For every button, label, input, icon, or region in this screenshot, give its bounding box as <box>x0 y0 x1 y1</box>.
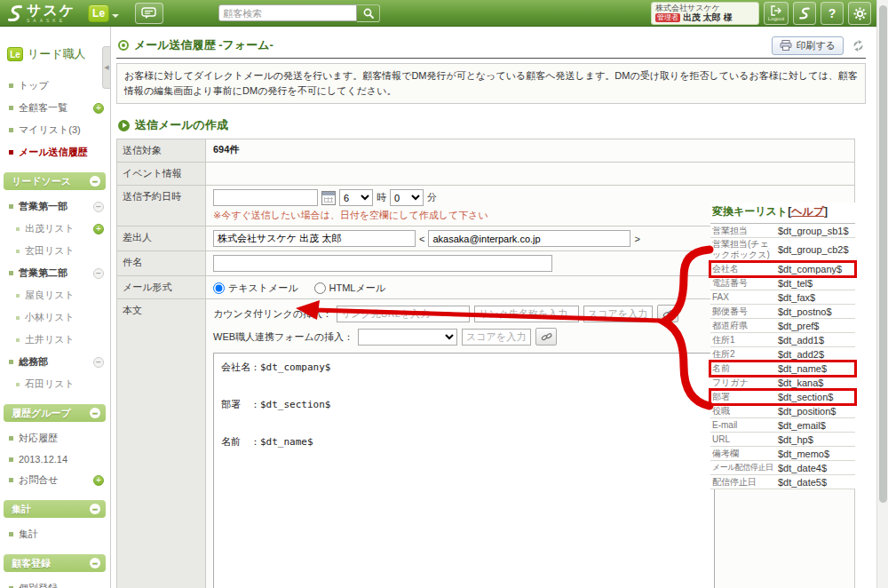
text-mail-label[interactable]: テキストメール <box>228 282 298 295</box>
bullet-icon <box>9 204 13 209</box>
message-button[interactable] <box>135 3 163 24</box>
link-url-input[interactable] <box>337 306 470 322</box>
conversion-key-panel: 変換キーリスト[ヘルプ] 営業担当 $dt_group_sb1$ 営業担当(チェ… <box>710 203 855 489</box>
section-collapse-icon[interactable]: − <box>90 408 100 418</box>
sidebar-item[interactable]: 営業第二部 − <box>0 262 110 284</box>
keylist-row: 郵便番号 $dt_postno$ <box>710 305 855 319</box>
expand-plus-icon[interactable]: + <box>93 103 104 114</box>
sidebar-item[interactable]: マイリスト(3) <box>0 119 110 141</box>
home-sasuke-button[interactable] <box>793 2 816 25</box>
section-collapse-icon[interactable]: − <box>90 558 100 568</box>
sidebar-item[interactable]: お問合せ + <box>0 469 110 491</box>
scrollbar-thumb[interactable] <box>879 5 887 503</box>
link-name-input[interactable] <box>474 306 579 322</box>
sidebar-item[interactable]: 玄田リスト <box>0 240 110 262</box>
mail-format-label: メール形式 <box>117 276 206 299</box>
insert-link-button[interactable] <box>657 305 678 322</box>
section-title: 履歴グループ <box>12 407 71 420</box>
sidebar-item[interactable]: 小林リスト <box>0 306 110 329</box>
bullet-icon <box>16 250 20 253</box>
user-info-box: 株式会社サスケケ 管理者 出茂 太郎 様 <box>651 2 759 25</box>
sidebar-item[interactable]: 石田リスト <box>0 373 110 395</box>
schedule-hour-select[interactable]: 6 <box>339 189 373 206</box>
vertical-scrollbar[interactable] <box>876 0 888 588</box>
html-mail-radio[interactable] <box>314 282 326 294</box>
sidebar-item[interactable]: 総務部 − <box>0 351 110 373</box>
keylist-row: 会社名 $dt_company$ <box>710 262 855 276</box>
keylist-row: 住所2 $dt_add2$ <box>710 347 855 362</box>
sidebar-item[interactable]: メール送信履歴 <box>0 141 110 163</box>
print-button[interactable]: 印刷する <box>772 36 844 55</box>
webform-select[interactable] <box>358 329 457 346</box>
sidebar-item[interactable]: トップ <box>0 75 110 97</box>
sender-name-input[interactable] <box>213 230 416 247</box>
expand-plus-icon[interactable]: + <box>93 475 104 486</box>
refresh-icon[interactable] <box>851 38 866 53</box>
insert-webform-button[interactable] <box>535 328 557 346</box>
bullet-icon <box>9 106 13 110</box>
sidebar-item-label: 対応履歴 <box>19 432 58 445</box>
app-logo[interactable]: サスケ SAASKE <box>5 4 75 23</box>
le-badge: Le <box>7 47 23 61</box>
chevron-down-icon[interactable] <box>112 14 119 18</box>
schedule-label: 送信予約日時 <box>117 186 206 226</box>
sidebar-item[interactable]: 屋良リスト <box>0 284 110 306</box>
html-mail-label[interactable]: HTMLメール <box>329 282 385 295</box>
product-le-badge[interactable]: Le <box>88 4 109 22</box>
section-history-group[interactable]: 履歴グループ − <box>4 404 106 422</box>
mail-body-textarea[interactable]: 会社名：$dt_company$ 部署 ：$dt_section$ 名前 ：$d… <box>213 353 715 588</box>
sidebar-item-label: 個別登録 <box>19 582 58 588</box>
customer-search-input[interactable] <box>218 4 357 21</box>
collapse-minus-icon[interactable]: − <box>93 357 104 368</box>
sidebar-item-label: メール送信履歴 <box>19 146 88 159</box>
subject-input[interactable] <box>213 255 552 272</box>
settings-button[interactable] <box>848 2 871 25</box>
calendar-icon[interactable] <box>321 191 336 205</box>
keylist-row: 住所1 $dt_add1$ <box>710 333 855 347</box>
chain-link-icon <box>541 331 552 343</box>
sender-email-input[interactable] <box>428 230 630 247</box>
sidebar-item[interactable]: 2013.12.14 <box>0 449 110 469</box>
sidebar-item[interactable]: 集計 <box>0 523 110 545</box>
sidebar-item[interactable]: 出茂リスト + <box>0 218 110 240</box>
logout-button[interactable]: Logout <box>764 2 789 25</box>
key-token: $dt_add2$ <box>778 349 824 360</box>
collapse-minus-icon[interactable]: − <box>93 268 104 279</box>
sidebar-item[interactable]: 営業第一部 − <box>0 195 110 218</box>
keylist-row: フリガナ $dt_kana$ <box>710 376 855 390</box>
section-collapse-icon[interactable]: − <box>90 176 100 187</box>
schedule-date-input[interactable] <box>213 189 318 206</box>
section-title: リードソース <box>12 175 71 188</box>
link-score-input[interactable] <box>583 306 653 322</box>
sidebar-item-label: 総務部 <box>19 355 48 369</box>
sidebar-item[interactable]: 土井リスト <box>0 329 110 351</box>
section-aggregate[interactable]: 集計 − <box>4 500 106 518</box>
expand-plus-icon[interactable]: + <box>93 224 104 234</box>
collapse-minus-icon[interactable]: − <box>93 202 104 212</box>
keylist-row: 名前 $dt_name$ <box>710 362 855 376</box>
top-header: サスケ SAASKE Le 株式会社サス <box>0 0 876 27</box>
schedule-minute-select[interactable]: 0 <box>390 189 424 206</box>
webform-score-input[interactable] <box>462 329 531 346</box>
sender-label: 差出人 <box>117 226 206 251</box>
help-button[interactable]: ? <box>821 2 844 25</box>
app-title: リード職人 <box>28 46 86 62</box>
bullet-icon <box>9 150 13 155</box>
sidebar-item[interactable]: 対応履歴 <box>0 427 110 449</box>
key-field-label: 郵便番号 <box>710 306 778 317</box>
help-link[interactable]: ヘルプ <box>791 205 824 218</box>
keylist-row: E-mail $dt_email$ <box>710 418 855 433</box>
bullet-icon <box>16 316 20 320</box>
sidebar-item[interactable]: 全顧客一覧 + <box>0 97 110 119</box>
key-token: $dt_group_sb1$ <box>778 226 849 236</box>
section-customer-register[interactable]: 顧客登録 − <box>4 554 106 572</box>
bullet-icon <box>9 457 13 462</box>
send-target-label: 送信対象 <box>117 139 206 163</box>
section-collapse-icon[interactable]: − <box>90 504 100 514</box>
search-button[interactable] <box>357 4 380 22</box>
section-leadsource[interactable]: リードソース − <box>4 172 106 190</box>
keylist-row: メール配信停止日 $dt_date4$ <box>710 461 855 475</box>
sidebar-item[interactable]: 個別登録 <box>0 577 110 588</box>
sidebar-item-label: 玄田リスト <box>25 244 75 258</box>
text-mail-radio[interactable] <box>213 282 225 294</box>
